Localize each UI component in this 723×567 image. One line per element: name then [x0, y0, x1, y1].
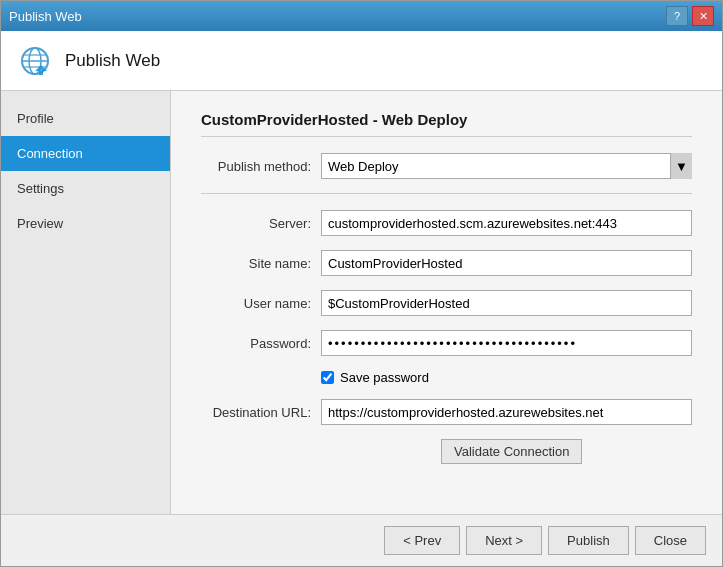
publish-button[interactable]: Publish [548, 526, 629, 555]
sidebar-item-settings[interactable]: Settings [1, 171, 170, 206]
footer: < Prev Next > Publish Close [1, 514, 722, 566]
publish-method-select-wrapper: Web Deploy Web Deploy Package FTP File S… [321, 153, 692, 179]
save-password-row: Save password [321, 370, 692, 385]
user-name-label: User name: [201, 296, 321, 311]
sidebar-item-preview[interactable]: Preview [1, 206, 170, 241]
destination-url-label: Destination URL: [201, 405, 321, 420]
save-password-label[interactable]: Save password [340, 370, 429, 385]
validate-connection-button[interactable]: Validate Connection [441, 439, 582, 464]
section-title: CustomProviderHosted - Web Deploy [201, 111, 692, 137]
prev-button[interactable]: < Prev [384, 526, 460, 555]
publish-method-label: Publish method: [201, 159, 321, 174]
publish-method-select[interactable]: Web Deploy Web Deploy Package FTP File S… [321, 153, 692, 179]
server-row: Server: [201, 210, 692, 236]
divider [201, 193, 692, 194]
content-area: CustomProviderHosted - Web Deploy Publis… [171, 91, 722, 514]
header-title: Publish Web [65, 51, 160, 71]
title-bar-buttons: ? ✕ [666, 6, 714, 26]
title-bar: Publish Web ? ✕ [1, 1, 722, 31]
publish-web-icon [17, 43, 53, 79]
site-name-label: Site name: [201, 256, 321, 271]
sidebar-item-connection[interactable]: Connection [1, 136, 170, 171]
next-button[interactable]: Next > [466, 526, 542, 555]
password-row: Password: [201, 330, 692, 356]
save-password-checkbox[interactable] [321, 371, 334, 384]
user-name-row: User name: [201, 290, 692, 316]
password-label: Password: [201, 336, 321, 351]
destination-url-row: Destination URL: [201, 399, 692, 425]
password-input[interactable] [321, 330, 692, 356]
site-name-row: Site name: [201, 250, 692, 276]
header-bar: Publish Web [1, 31, 722, 91]
publish-web-dialog: Publish Web ? ✕ Publish Web Profile [0, 0, 723, 567]
dialog-title: Publish Web [9, 9, 82, 24]
sidebar: Profile Connection Settings Preview [1, 91, 171, 514]
close-button[interactable]: Close [635, 526, 706, 555]
server-label: Server: [201, 216, 321, 231]
server-input[interactable] [321, 210, 692, 236]
help-button[interactable]: ? [666, 6, 688, 26]
site-name-input[interactable] [321, 250, 692, 276]
user-name-input[interactable] [321, 290, 692, 316]
destination-url-input[interactable] [321, 399, 692, 425]
publish-method-row: Publish method: Web Deploy Web Deploy Pa… [201, 153, 692, 179]
sidebar-item-profile[interactable]: Profile [1, 101, 170, 136]
validate-row: Validate Connection [201, 439, 692, 464]
main-content: Profile Connection Settings Preview Cust… [1, 91, 722, 514]
close-title-button[interactable]: ✕ [692, 6, 714, 26]
